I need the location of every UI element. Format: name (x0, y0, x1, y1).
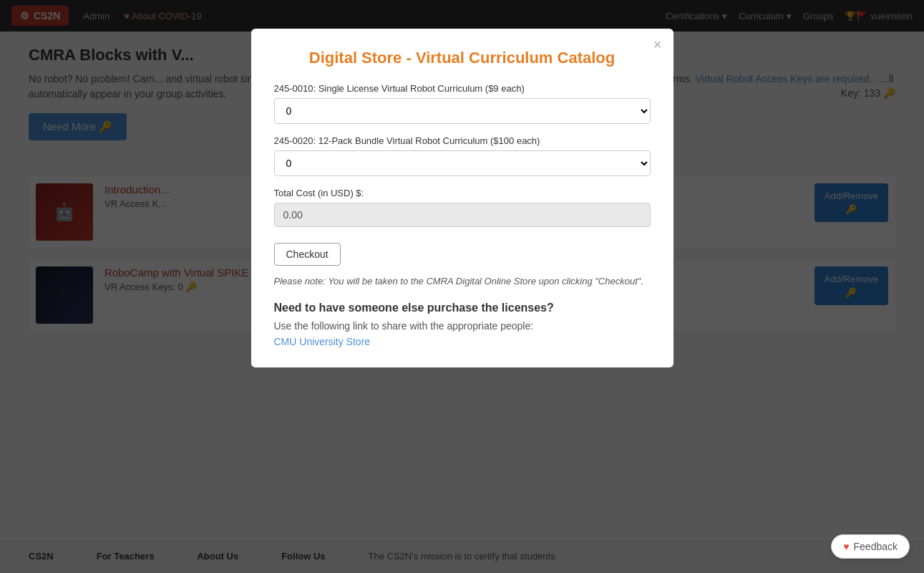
need-someone-text: Use the following link to share with the… (274, 320, 651, 332)
modal-note: Please note: You will be taken to the CM… (274, 274, 651, 289)
feedback-heart-icon: ♥ (843, 541, 849, 552)
bundle-select[interactable]: 0 1 2 3 (274, 150, 651, 176)
store-link[interactable]: CMU University Store (274, 336, 371, 347)
modal-close-button[interactable]: × (653, 37, 662, 52)
total-cost-group: Total Cost (in USD) $: (274, 188, 651, 227)
modal-title: Digital Store - Virtual Curriculum Catal… (274, 49, 651, 67)
checkout-button[interactable]: Checkout (274, 243, 341, 266)
total-cost-label: Total Cost (in USD) $: (274, 188, 651, 198)
single-license-label: 245-0010: Single License Virtual Robot C… (274, 83, 651, 94)
bundle-group: 245-0020: 12-Pack Bundle Virtual Robot C… (274, 135, 651, 176)
total-cost-input (274, 203, 651, 227)
need-someone-title: Need to have someone else purchase the l… (274, 302, 651, 314)
feedback-label: Feedback (854, 541, 898, 552)
single-license-select[interactable]: 0 1 2 3 4 5 (274, 98, 651, 124)
bundle-label: 245-0020: 12-Pack Bundle Virtual Robot C… (274, 135, 651, 146)
feedback-button[interactable]: ♥ Feedback (831, 534, 910, 559)
modal-overlay: × Digital Store - Virtual Curriculum Cat… (0, 0, 924, 573)
single-license-group: 245-0010: Single License Virtual Robot C… (274, 83, 651, 124)
digital-store-modal: × Digital Store - Virtual Curriculum Cat… (251, 29, 673, 367)
